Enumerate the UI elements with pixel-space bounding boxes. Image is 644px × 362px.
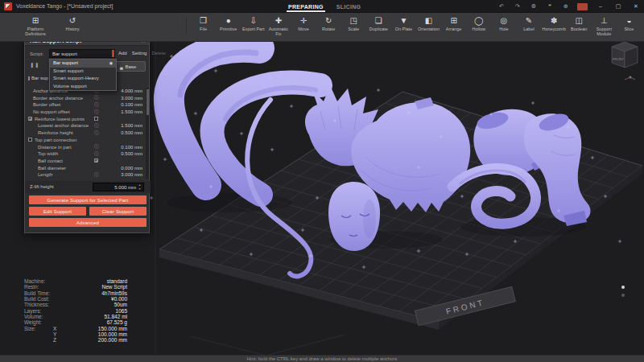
window-control-icon[interactable]	[577, 3, 588, 10]
run-support-script-dialog: Run Support Script ✕ Script: Bar support…	[24, 35, 150, 233]
script-action-link[interactable]: Add	[118, 51, 127, 56]
window-control-icon[interactable]: ↷	[513, 0, 522, 13]
param-value[interactable]: 1.500 mm	[121, 123, 142, 128]
window-control-icon[interactable]: ❝	[545, 0, 555, 13]
bar-support-checkbox-label: Bar support	[31, 76, 48, 80]
toolbar-button[interactable]: ◫ Boolean	[567, 15, 592, 37]
stat-value: 51.842 ml	[64, 314, 127, 319]
bar-support-checkbox[interactable]	[28, 76, 30, 80]
toolbar-icon: ◒	[626, 15, 631, 26]
param-label: Lowest anchor distance	[38, 123, 89, 128]
toolbar-button[interactable]: ✎ Label	[516, 15, 541, 37]
edit-support-button[interactable]: Edit Support	[29, 207, 86, 216]
support-profile-icon: ❚❚	[30, 62, 39, 68]
toolbar-button[interactable]: ⊥ Support Module	[592, 15, 617, 37]
toolbar-label: File	[200, 27, 207, 31]
step-down-icon[interactable]: ▾	[138, 187, 140, 191]
scrollbar-thumb[interactable]	[147, 89, 149, 115]
script-action-link[interactable]: Delete	[151, 51, 165, 56]
dropdown-option[interactable]: Smart support ◉	[50, 68, 116, 76]
mode-tab[interactable]: SLICING	[335, 2, 363, 12]
info-icon: ⓘ	[94, 151, 99, 157]
z-lift-stepper[interactable]: ▴ ▾	[137, 183, 142, 191]
model-shadow	[167, 193, 292, 212]
toolbar-button[interactable]: ✚ Automatic Fix	[266, 15, 291, 37]
toolbar-button[interactable]: ⊞ Platform Definitions	[21, 15, 50, 37]
toolbar-button[interactable]: ◳ Scale	[341, 15, 366, 37]
toolbar-icon: ❏	[375, 15, 382, 26]
window-control-icon[interactable]: ▢	[613, 0, 623, 13]
param-label: Reinforce height	[38, 130, 73, 135]
param-checkbox[interactable]	[28, 117, 32, 121]
toolbar-icon: ❐	[200, 15, 207, 26]
toolbar-button[interactable]: ✛ Move	[291, 15, 316, 37]
dropdown-option[interactable]: Volume support ◉	[50, 83, 116, 91]
toolbar-label: Platform Definitions	[21, 27, 50, 37]
param-value[interactable]: 1.500 mm	[121, 109, 142, 114]
param-value[interactable]: 0.500 mm	[121, 151, 142, 156]
toolbar-button[interactable]: ⊞ Arrange	[441, 15, 466, 37]
params-scrollbar[interactable]	[146, 88, 149, 179]
toolbar-button[interactable]: ⇩ Export Part	[241, 15, 266, 37]
stat-value: 100.000 mm	[64, 331, 127, 337]
toolbar-button[interactable]: ◒ Slice	[617, 15, 642, 37]
param-value-checkbox[interactable]	[94, 117, 98, 121]
toolbar-icon: ◫	[575, 15, 582, 26]
stat-label: Machine:	[24, 278, 53, 284]
param-value[interactable]: 0.000 mm	[121, 166, 142, 171]
stat-row: Thickness: 50um	[24, 302, 127, 307]
toolbar-icon: ↻	[325, 15, 332, 26]
window-control-icon[interactable]: ✕	[631, 0, 641, 13]
toolbar-button[interactable]: ❏ Duplicate	[366, 15, 391, 37]
clear-support-button[interactable]: Clear Support	[89, 207, 147, 216]
stat-row: Weight: 67.525 g	[24, 319, 127, 325]
param-value[interactable]: 0.100 mm	[121, 145, 142, 150]
window-control-icon[interactable]: ↶	[497, 0, 506, 13]
mode-tab[interactable]: PREPARING	[287, 2, 325, 12]
toolbar-button[interactable]: ◯ Hollow	[466, 15, 491, 37]
toolbar-label: Rotate	[322, 27, 335, 31]
window-control-icon[interactable]: ⊕	[561, 0, 571, 13]
info-icon: ⓘ	[94, 123, 99, 129]
toolbar-label: Orientation	[418, 27, 440, 31]
script-action-link[interactable]: Setting	[132, 51, 147, 56]
toolbar-icon: ✎	[526, 15, 532, 26]
toolbar-button[interactable]: ● Primitive	[216, 15, 241, 37]
dropdown-option[interactable]: Smart support-Heavy ◉	[50, 75, 116, 83]
toolbar-icon: ⊥	[601, 15, 608, 26]
window-control-icon[interactable]: –	[596, 0, 605, 13]
view-page-dot-active[interactable]	[621, 286, 625, 289]
view-page-dot[interactable]	[621, 294, 625, 297]
z-lift-input[interactable]: 5.000 mm ▴ ▾	[93, 183, 144, 191]
window-control-icon[interactable]: ⚙	[529, 0, 539, 13]
param-value[interactable]: 0.100 mm	[121, 102, 142, 107]
param-value[interactable]: 3.000 mm	[121, 172, 142, 177]
toolbar-button[interactable]: ↺ History	[58, 15, 87, 37]
toolbar-button[interactable]: ✽ Honeycomb	[542, 15, 567, 37]
toolbar-button[interactable]: ▼ On Plate	[391, 15, 416, 37]
stat-row: Machine: standard	[24, 278, 127, 284]
status-hint: Hint: hold the CTRL key and draw a windo…	[247, 356, 398, 361]
script-dropdown[interactable]: Bar support	[49, 49, 115, 58]
param-value-checkbox[interactable]	[94, 158, 98, 162]
toolbar-button[interactable]: ↻ Rotate	[316, 15, 341, 37]
toolbar-icon: ▼	[399, 15, 407, 26]
toolbar-button[interactable]: ◎ Hole	[491, 15, 516, 37]
param-value[interactable]: 4.000 mm	[121, 88, 142, 93]
advanced-button[interactable]: Advanced	[29, 218, 147, 227]
param-label: Border anchor distance	[33, 96, 83, 101]
window-title: Voxeldance Tango - [*Unsaved project]	[16, 3, 114, 9]
toolbar-label: Honeycomb	[542, 27, 565, 31]
param-label: Ball contact	[38, 158, 63, 163]
z-lift-label: Z-lift height	[30, 184, 54, 189]
stat-row: Size: X 150.000 mm	[24, 325, 127, 331]
toolbar-button[interactable]: ❐ File	[191, 15, 216, 37]
generate-support-button[interactable]: Generate Support for Selected Part	[29, 195, 147, 204]
dropdown-option[interactable]: Bar support ◉	[50, 60, 116, 68]
bar-support-checkbox-row[interactable]: Bar support	[28, 76, 48, 80]
stat-row: Resin: New Script	[24, 284, 127, 290]
param-value[interactable]: 3.000 mm	[121, 96, 142, 101]
param-checkbox[interactable]	[28, 138, 32, 142]
toolbar-button[interactable]: ◧ Orientation	[416, 15, 441, 37]
param-value[interactable]: 0.500 mm	[121, 130, 142, 135]
